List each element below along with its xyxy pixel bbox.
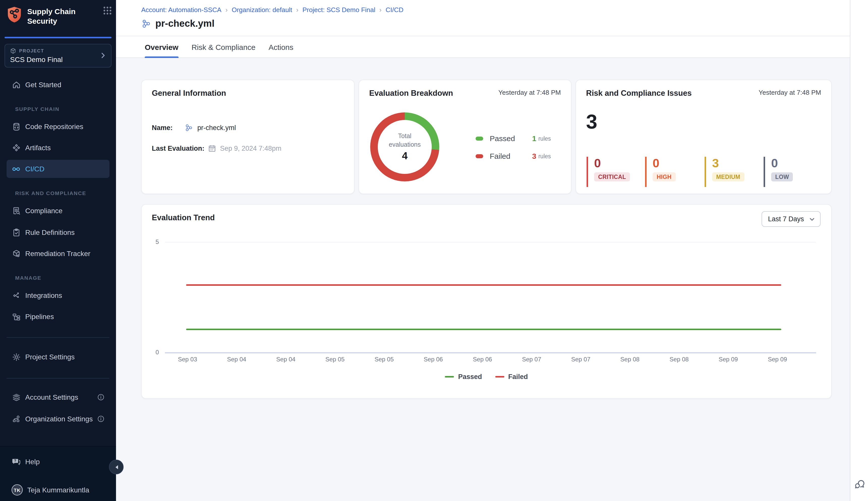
help-button[interactable]: ? Help xyxy=(7,452,109,471)
severity-medium: 3 MEDIUM xyxy=(704,157,744,187)
failed-series-line xyxy=(186,284,781,286)
module-grid-icon[interactable] xyxy=(103,6,112,15)
sidebar-item-account-settings[interactable]: Account Settings xyxy=(7,388,109,406)
right-rail xyxy=(850,0,868,501)
general-information-card: General Information Name: pr-check.yml L… xyxy=(141,79,355,194)
legend-item-passed: Passed 1 rules xyxy=(475,134,551,143)
y-axis-tick-max: 5 xyxy=(149,238,159,245)
app-root: Supply Chain Security PROJECT SCS Demo F… xyxy=(0,0,868,501)
calendar-icon xyxy=(209,145,216,152)
x-tick: Sep 08 xyxy=(605,356,655,363)
trend-legend: Passed Failed xyxy=(142,373,831,381)
x-axis-line xyxy=(165,352,816,353)
sidebar-item-pipelines[interactable]: Pipelines xyxy=(7,308,109,326)
passed-line-swatch xyxy=(445,376,454,377)
breadcrumb-separator: › xyxy=(226,6,228,14)
user-name: Teja Kummarikuntla xyxy=(27,486,89,494)
sidebar-item-code-repositories[interactable]: Code Repositories xyxy=(7,117,109,136)
legend-item-failed: Failed 3 rules xyxy=(475,152,551,160)
time-range-value: Last 7 Days xyxy=(768,215,804,223)
x-tick: Sep 04 xyxy=(212,356,261,363)
sidebar-section-manage: MANAGE xyxy=(15,275,41,281)
pipelines-icon xyxy=(12,312,21,321)
sidebar-item-compliance[interactable]: Compliance xyxy=(7,202,109,220)
name-label: Name: xyxy=(152,124,173,131)
sidebar-item-integrations[interactable]: Integrations xyxy=(7,286,109,305)
evaluation-trend-card: Evaluation Trend Last 7 Days 5 0 Sep 03 xyxy=(141,204,832,399)
passed-rules-count: 1 xyxy=(532,134,536,143)
card-title: Evaluation Breakdown xyxy=(369,89,453,98)
medium-count: 3 xyxy=(712,157,744,170)
svg-text:?: ? xyxy=(14,459,17,463)
sidebar-item-get-started[interactable]: Get Started xyxy=(7,76,109,94)
y-axis-tick-min: 0 xyxy=(149,349,159,356)
legend-unit: rules xyxy=(538,135,551,141)
failed-line-swatch xyxy=(495,376,504,377)
breadcrumb-project-link[interactable]: Project: SCS Demo Final xyxy=(302,6,375,14)
x-tick: Sep 03 xyxy=(163,356,212,363)
org-hierarchy-icon xyxy=(12,415,21,423)
avatar: TK xyxy=(12,484,23,495)
low-count: 0 xyxy=(771,157,793,170)
tab-overview[interactable]: Overview xyxy=(145,36,178,57)
gridline-y5 xyxy=(165,242,816,243)
sidebar-item-label: Integrations xyxy=(25,291,62,299)
user-menu[interactable]: TK Teja Kummarikuntla xyxy=(7,481,109,499)
evaluation-breakdown-card: Evaluation Breakdown Yesterday at 7:48 P… xyxy=(359,79,572,194)
trend-legend-failed: Failed xyxy=(495,373,528,381)
info-icon[interactable] xyxy=(97,394,104,401)
main-area: Account: Automation-SSCA › Organization:… xyxy=(116,0,850,501)
sidebar-item-rule-definitions[interactable]: Rule Definitions xyxy=(7,223,109,242)
sidebar-item-artifacts[interactable]: Artifacts xyxy=(7,139,109,157)
legend-label: Failed xyxy=(490,152,532,160)
failed-legend-swatch xyxy=(475,154,483,158)
breadcrumb-separator: › xyxy=(296,6,299,14)
info-icon[interactable] xyxy=(97,415,104,422)
x-tick: Sep 08 xyxy=(655,356,703,363)
sidebar-item-remediation-tracker[interactable]: Remediation Tracker xyxy=(7,244,109,263)
sidebar-item-cicd[interactable]: CI/CD xyxy=(7,160,109,178)
pipeline-file-icon xyxy=(141,19,151,29)
product-title: Supply Chain Security xyxy=(27,6,87,26)
sidebar-item-label: Get Started xyxy=(25,81,61,89)
compliance-doc-icon xyxy=(12,206,21,215)
time-range-select[interactable]: Last 7 Days xyxy=(761,211,820,227)
sidebar-collapse-button[interactable] xyxy=(109,460,124,474)
sidebar-item-label: Rule Definitions xyxy=(25,228,75,236)
tab-actions[interactable]: Actions xyxy=(269,36,293,57)
card-title: Evaluation Trend xyxy=(152,213,215,222)
content: General Information Name: pr-check.yml L… xyxy=(116,58,850,501)
sidebar-item-organization-settings[interactable]: Organization Settings xyxy=(7,410,109,428)
tab-risk-compliance[interactable]: Risk & Compliance xyxy=(191,36,255,57)
home-icon xyxy=(12,81,21,89)
help-chat-icon: ? xyxy=(12,457,21,466)
project-selector[interactable]: PROJECT SCS Demo Final xyxy=(4,44,112,67)
breadcrumb-organization-link[interactable]: Organization: default xyxy=(232,6,292,14)
sidebar-item-label: Remediation Tracker xyxy=(25,249,90,258)
project-selector-label: PROJECT xyxy=(19,49,44,53)
evaluation-breakdown-timestamp: Yesterday at 7:48 PM xyxy=(498,89,561,96)
chevron-right-icon xyxy=(100,52,106,59)
trend-legend-passed: Passed xyxy=(445,373,482,381)
evaluations-donut-chart: Total evaluations 4 xyxy=(370,113,439,181)
low-badge: LOW xyxy=(771,172,793,181)
sidebar-item-label: Account Settings xyxy=(25,393,78,401)
infinity-icon xyxy=(12,164,21,173)
x-tick: Sep 05 xyxy=(311,356,359,363)
severity-low: 0 LOW xyxy=(764,157,793,187)
last-evaluation-value: Sep 9, 2024 7:48pm xyxy=(220,145,281,152)
sidebar-item-project-settings[interactable]: Project Settings xyxy=(7,348,109,366)
sidebar-section-risk-and-compliance: RISK AND COMPLIANCE xyxy=(15,190,86,196)
x-tick: Sep 07 xyxy=(507,356,556,363)
remediation-box-icon xyxy=(12,249,21,258)
legend-label: Passed xyxy=(490,134,532,143)
sidebar-accent-divider xyxy=(4,37,112,38)
supply-chain-security-logo-icon xyxy=(7,6,22,23)
breadcrumb-account-link[interactable]: Account: Automation-SSCA xyxy=(141,6,221,14)
x-tick: Sep 06 xyxy=(458,356,507,363)
breadcrumb-cicd-link[interactable]: CI/CD xyxy=(386,6,404,14)
chat-bubbles-icon[interactable] xyxy=(854,478,866,490)
risk-compliance-issues-card: Risk and Compliance Issues Yesterday at … xyxy=(575,79,832,194)
donut-center-label: Total evaluations xyxy=(384,132,426,149)
name-value: pr-check.yml xyxy=(197,124,236,131)
